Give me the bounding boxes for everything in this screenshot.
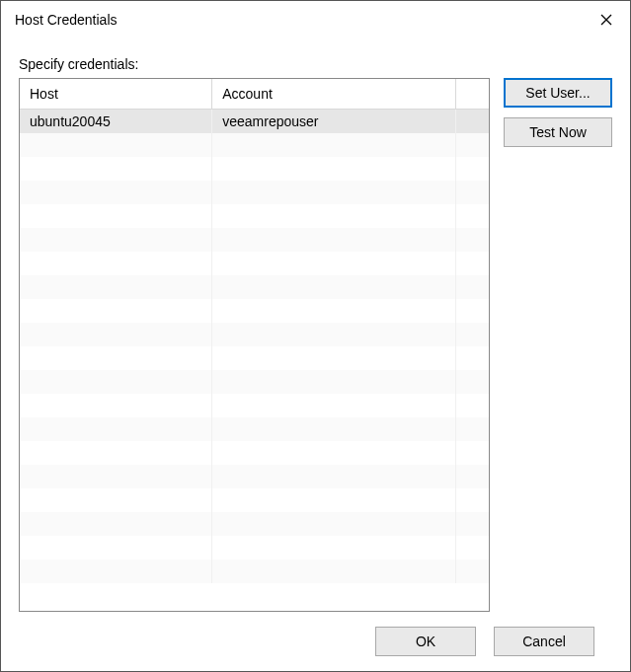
- table-row-empty: [20, 417, 489, 441]
- table-row-empty: [20, 536, 489, 560]
- dialog-footer: OK Cancel: [19, 612, 612, 671]
- close-icon: [600, 14, 612, 26]
- table-row-empty: [20, 465, 489, 488]
- cell-account: veeamrepouser: [212, 109, 456, 133]
- table-row-empty: [20, 370, 489, 394]
- table-row-empty: [20, 252, 489, 275]
- specify-credentials-label: Specify credentials:: [19, 56, 612, 72]
- table-row-empty: [20, 157, 489, 181]
- table-header-row: Host Account: [20, 79, 489, 109]
- side-buttons: Set User... Test Now: [504, 78, 612, 612]
- table-row[interactable]: ubuntu20045 veeamrepouser: [20, 109, 489, 133]
- column-header-host[interactable]: Host: [20, 79, 212, 109]
- table-row-empty: [20, 228, 489, 252]
- table-row-empty: [20, 204, 489, 228]
- table-row-empty: [20, 512, 489, 536]
- work-area: Host Account ubuntu20045 veeamrepouser: [19, 78, 612, 612]
- close-button[interactable]: [583, 1, 630, 38]
- table-row-empty: [20, 560, 489, 583]
- test-now-button[interactable]: Test Now: [504, 117, 612, 147]
- table-row-empty: [20, 441, 489, 465]
- table-row-empty: [20, 299, 489, 323]
- window-title: Host Credentials: [15, 12, 583, 28]
- table-row-empty: [20, 394, 489, 417]
- cancel-button[interactable]: Cancel: [494, 627, 594, 656]
- column-header-spacer: [456, 79, 489, 109]
- table-row-empty: [20, 346, 489, 370]
- dialog-content: Specify credentials: Host Account: [1, 38, 630, 671]
- table-row-empty: [20, 323, 489, 346]
- table-row-empty: [20, 275, 489, 299]
- titlebar: Host Credentials: [1, 1, 630, 38]
- host-credentials-dialog: Host Credentials Specify credentials:: [0, 0, 631, 672]
- ok-button[interactable]: OK: [375, 627, 476, 656]
- table-row-empty: [20, 181, 489, 204]
- cell-host: ubuntu20045: [20, 109, 212, 133]
- credentials-table[interactable]: Host Account ubuntu20045 veeamrepouser: [19, 78, 490, 612]
- table-row-empty: [20, 488, 489, 512]
- column-header-account[interactable]: Account: [212, 79, 456, 109]
- table-row-empty: [20, 133, 489, 157]
- set-user-button[interactable]: Set User...: [504, 78, 612, 108]
